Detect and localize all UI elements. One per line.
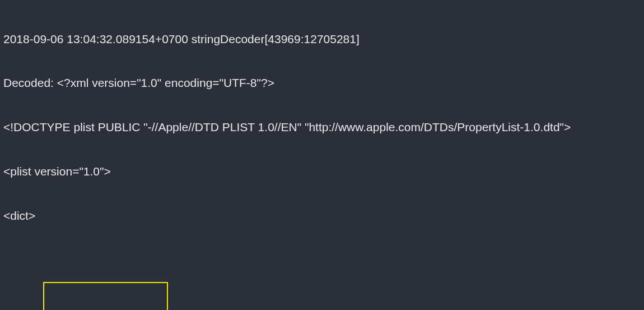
timestamp: 2018-09-06 13:04:32.089154+0700 — [3, 33, 188, 45]
log-header: 2018-09-06 13:04:32.089154+0700 stringDe… — [3, 32, 641, 47]
console-output: 2018-09-06 13:04:32.089154+0700 stringDe… — [0, 0, 644, 310]
dict-body: <key>Label</key> <string>%@</string> <ke… — [3, 267, 641, 311]
xml-declaration: <?xml version="1.0" encoding="UTF-8"?> — [57, 76, 274, 89]
process-name: stringDecoder[43969:12705281] — [192, 33, 360, 45]
plist-open: <plist version="1.0"> — [3, 164, 641, 179]
dict-open: <dict> — [3, 209, 641, 223]
decoded-prefix: Decoded: — [3, 76, 57, 89]
highlight-box-1: <key>Label</key> <string>%@</string> <ke… — [43, 282, 168, 310]
decoded-line: Decoded: <?xml version="1.0" encoding="U… — [3, 76, 641, 90]
doctype-line: <!DOCTYPE plist PUBLIC "-//Apple//DTD PL… — [3, 120, 641, 135]
